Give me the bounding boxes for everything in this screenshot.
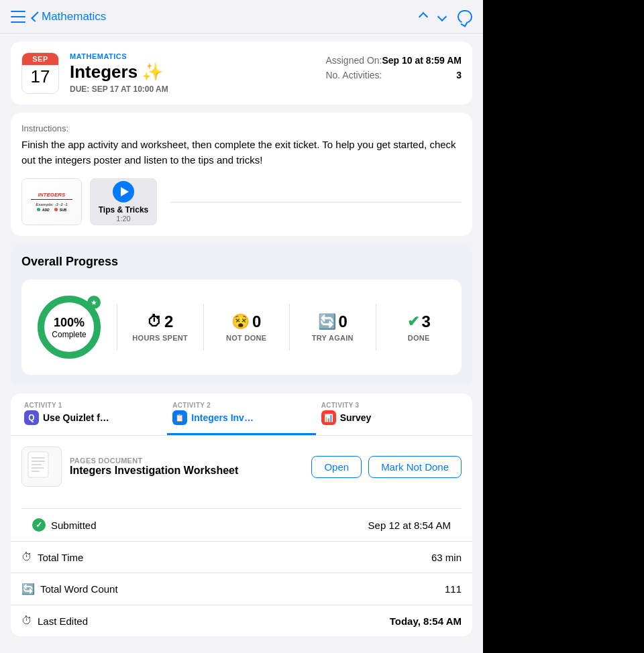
done-icon: ✔ <box>407 313 419 331</box>
donut-star-icon: ★ <box>87 296 101 309</box>
video-attachment[interactable]: Tips & Tricks 1:20 <box>90 178 157 225</box>
activities-wrapper: ACTIVITY 1 Q Use Quizlet for... ACTIVITY… <box>11 394 472 636</box>
top-nav: Mathematics <box>0 0 483 34</box>
stats-divider-2 <box>203 304 204 351</box>
submitted-label: Submitted <box>51 520 97 531</box>
donut-percent: 100% <box>52 316 86 330</box>
nav-right <box>420 10 472 23</box>
calendar-icon: SEP 17 <box>21 52 59 94</box>
stats-divider-4 <box>376 304 376 351</box>
not-done-icon: 😵 <box>231 313 250 331</box>
try-again-label: TRY AGAIN <box>312 334 354 342</box>
last-edited-label: Last Edited <box>38 615 88 627</box>
last-edited-row: ⏱ Last Edited Today, 8:54 AM <box>11 605 472 636</box>
header-title: Integers ✨ <box>70 62 315 82</box>
instructions-text: Finish the app activity and worksheet, t… <box>21 137 462 168</box>
header-meta: Assigned On: Sep 10 at 8:59 AM No. Activ… <box>325 52 462 80</box>
play-button[interactable] <box>113 181 134 202</box>
activity2-icon: 📋 <box>172 410 187 425</box>
done-value: 3 <box>422 312 431 331</box>
activities-container: ACTIVITY 1 Q Use Quizlet for... ACTIVITY… <box>11 394 472 636</box>
total-time-row: ⏱ Total Time 63 min <box>11 541 472 573</box>
assigned-on-value: Sep 10 at 8:59 AM <box>382 55 462 66</box>
try-again-stat: 🔄 0 TRY AGAIN <box>301 312 365 342</box>
divider-line <box>170 202 462 202</box>
stats-divider <box>117 304 117 351</box>
doc-name: Integers Investigation Worksheet <box>70 465 303 477</box>
instructions-section: Instructions: Finish the app activity an… <box>11 113 472 236</box>
video-title: Tips & Tricks <box>99 205 148 215</box>
attachments-row: INTEGERS Example: -3 -2 -1 ADD SUB Tips … <box>21 178 462 225</box>
activity-doc-row: PAGES DOCUMENT Integers Investigation Wo… <box>21 447 462 487</box>
doc-buttons: Open Mark Not Done <box>311 456 462 478</box>
main-panel: Mathematics SEP 17 MATHEMATICS Integers … <box>0 0 483 653</box>
submitted-row: ✓ Submitted Sep 12 at 8:54 AM <box>21 508 462 541</box>
title-sparkle-icon: ✨ <box>142 62 163 82</box>
mark-not-done-button[interactable]: Mark Not Done <box>368 456 462 478</box>
progress-donut: 100% Complete ★ <box>32 290 106 364</box>
not-done-stat: 😵 0 NOT DONE <box>215 312 279 342</box>
no-activities-row: No. Activities: 3 <box>325 70 462 80</box>
next-button[interactable] <box>437 11 447 21</box>
submitted-date: Sep 12 at 8:54 AM <box>368 520 451 531</box>
doc-type: PAGES DOCUMENT <box>70 457 303 465</box>
activity1-icon: Q <box>24 410 39 425</box>
activity-tabs: ACTIVITY 1 Q Use Quizlet for... ACTIVITY… <box>11 394 472 436</box>
header-info: MATHEMATICS Integers ✨ DUE: SEP 17 AT 10… <box>70 52 315 94</box>
open-button[interactable]: Open <box>311 456 362 478</box>
progress-title: Overall Progress <box>21 255 462 269</box>
not-done-label: NOT DONE <box>226 334 266 342</box>
back-label: Mathematics <box>42 10 106 23</box>
last-edited-value: Today, 8:54 AM <box>390 615 462 627</box>
assigned-on-label: Assigned On: <box>325 55 382 66</box>
word-count-icon: 🔄 <box>21 583 35 595</box>
sidebar-toggle-button[interactable] <box>11 11 25 23</box>
no-activities-label: No. Activities: <box>325 70 382 80</box>
submitted-check-icon: ✓ <box>32 518 46 532</box>
activity-tab-3[interactable]: ACTIVITY 3 📊 Survey <box>316 394 464 435</box>
activity3-icon: 📊 <box>321 410 336 425</box>
done-stat: ✔ 3 DONE <box>387 312 451 342</box>
last-edited-icon: ⏱ <box>21 615 32 627</box>
progress-section: Overall Progress 100% Complete ★ ⏱ 2 <box>11 244 472 385</box>
chevron-left-icon <box>31 11 42 22</box>
doc-info: PAGES DOCUMENT Integers Investigation Wo… <box>70 457 303 477</box>
nav-left: Mathematics <box>11 10 106 23</box>
header-subject: MATHEMATICS <box>70 52 315 60</box>
header-due: DUE: SEP 17 AT 10:00 AM <box>70 84 315 94</box>
header-card: SEP 17 MATHEMATICS Integers ✨ DUE: SEP 1… <box>11 42 472 105</box>
clock-icon: ⏱ <box>147 313 162 331</box>
done-label: DONE <box>408 334 430 342</box>
no-activities-value: 3 <box>456 70 462 80</box>
not-done-value: 0 <box>252 312 261 331</box>
back-button[interactable]: Mathematics <box>34 10 106 23</box>
submitted-left: ✓ Submitted <box>32 518 97 532</box>
try-again-icon: 🔄 <box>318 313 336 331</box>
calendar-day: 17 <box>31 65 50 85</box>
stats-divider-3 <box>289 304 290 351</box>
title-text: Integers <box>70 62 138 82</box>
try-again-value: 0 <box>339 312 347 331</box>
donut-label: Complete <box>52 330 86 339</box>
instructions-label: Instructions: <box>21 123 462 133</box>
activity-tab-2[interactable]: ACTIVITY 2 📋 Integers Investi... <box>167 394 315 435</box>
right-panel <box>483 0 644 653</box>
hours-spent-stat: ⏱ 2 HOURS SPENT <box>128 312 193 342</box>
comment-button[interactable] <box>458 10 472 23</box>
video-duration: 1:20 <box>116 215 130 223</box>
hours-spent-value: 2 <box>164 312 173 331</box>
play-triangle-icon <box>121 187 129 196</box>
hours-spent-label: HOURS SPENT <box>132 334 188 342</box>
progress-row: 100% Complete ★ ⏱ 2 HOURS SPENT 😵 0 <box>21 280 462 375</box>
activity-content: PAGES DOCUMENT Integers Investigation Wo… <box>11 436 472 508</box>
calendar-month: SEP <box>22 53 58 65</box>
doc-thumbnail <box>21 447 62 487</box>
donut-center: 100% Complete <box>52 316 86 339</box>
previous-button[interactable] <box>419 11 428 21</box>
activity-tab-1[interactable]: ACTIVITY 1 Q Use Quizlet for... <box>19 394 167 435</box>
assigned-on-row: Assigned On: Sep 10 at 8:59 AM <box>325 55 462 66</box>
poster-attachment[interactable]: INTEGERS Example: -3 -2 -1 ADD SUB <box>21 178 82 225</box>
total-time-icon: ⏱ <box>21 551 32 563</box>
total-word-count-row: 🔄 Total Word Count 111 <box>11 573 472 605</box>
